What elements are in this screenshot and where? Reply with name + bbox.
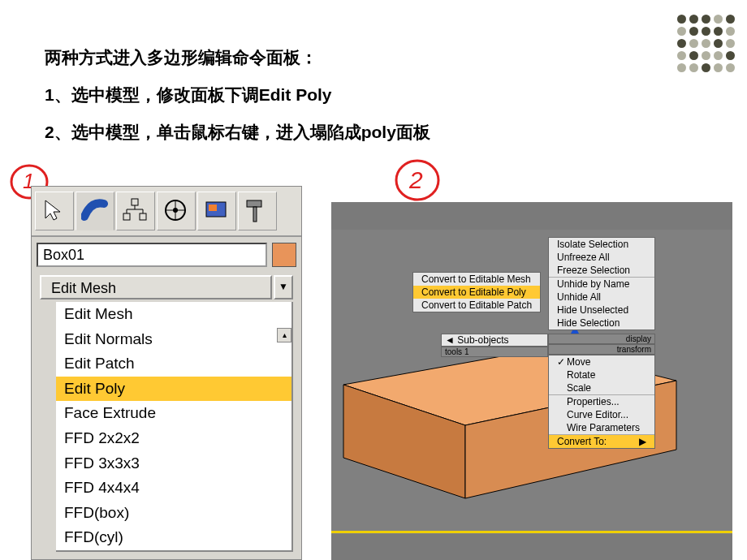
svg-rect-5 xyxy=(123,213,130,220)
sub-objects-button[interactable]: ◄ Sub-objects xyxy=(441,334,548,347)
submenu-item[interactable]: Convert to Editable Mesh xyxy=(413,273,540,286)
quad-label-display: display xyxy=(548,334,655,344)
list-item[interactable]: Edit Normals xyxy=(56,327,291,352)
menu-item-properties[interactable]: Properties... xyxy=(549,394,654,408)
menu-item-move[interactable]: ✓Move xyxy=(549,355,654,368)
svg-rect-6 xyxy=(140,213,146,220)
list-item[interactable]: Face Extrude xyxy=(56,401,291,426)
submenu-item[interactable]: Convert to Editable Patch xyxy=(413,299,540,312)
menu-item-wire-params[interactable]: Wire Parameters xyxy=(549,421,654,434)
object-color-swatch[interactable] xyxy=(272,243,296,267)
hierarchy-icon xyxy=(122,197,149,225)
instruction-2: 2、选中模型，单击鼠标右键，进入塌陷成poly面板 xyxy=(45,114,430,151)
motion-tab[interactable] xyxy=(157,192,196,230)
command-panel-tabs xyxy=(32,187,301,237)
menu-item-curve-editor[interactable]: Curve Editor... xyxy=(549,408,654,421)
svg-rect-4 xyxy=(132,199,138,205)
utilities-tab[interactable] xyxy=(238,192,277,230)
svg-rect-17 xyxy=(247,200,261,207)
menu-item[interactable]: Unfreeze All xyxy=(549,251,654,264)
menu-item-convert-to[interactable]: Convert To:▶ xyxy=(549,434,654,448)
modifier-dropdown[interactable]: Edit Mesh xyxy=(40,275,272,299)
object-name-input[interactable] xyxy=(37,243,267,267)
svg-text:2: 2 xyxy=(408,166,423,193)
modifier-panel: Edit Mesh ▼ ▴ Edit Mesh Edit Normals Edi… xyxy=(31,186,302,560)
list-item[interactable]: FFD 3x3x3 xyxy=(56,451,291,476)
left-arrow-icon: ◄ xyxy=(445,334,455,346)
list-item[interactable]: Edit Mesh xyxy=(56,302,291,327)
menu-item[interactable]: Isolate Selection xyxy=(549,238,654,251)
check-icon: ✓ xyxy=(557,356,567,368)
menu-item-rotate[interactable]: Rotate xyxy=(549,368,654,381)
motion-icon xyxy=(162,197,190,225)
menu-item[interactable]: Hide Unselected xyxy=(549,304,654,317)
svg-rect-18 xyxy=(253,207,257,222)
list-item[interactable]: Edit Patch xyxy=(56,351,291,377)
instruction-1: 1、选中模型，修改面板下调Edit Poly xyxy=(45,76,430,114)
modify-tab[interactable] xyxy=(76,192,114,230)
transform-menu-section: ✓Move Rotate Scale Properties... Curve E… xyxy=(548,355,655,449)
dropdown-arrow-button[interactable]: ▼ xyxy=(274,275,293,299)
object-name-row xyxy=(32,237,301,273)
list-item[interactable]: FFD(box) xyxy=(56,501,291,526)
slide-text: 两种方式进入多边形编辑命令面板： 1、选中模型，修改面板下调Edit Poly … xyxy=(45,39,430,152)
display-tab[interactable] xyxy=(197,192,236,230)
menu-item[interactable]: Unhide All xyxy=(549,291,654,304)
cursor-icon xyxy=(41,197,68,225)
heading-line: 两种方式进入多边形编辑命令面板： xyxy=(45,39,430,76)
list-item[interactable]: FFD(cyl) xyxy=(56,525,291,550)
grid-line xyxy=(331,531,732,533)
list-item[interactable]: FFD 4x4x4 xyxy=(56,476,291,501)
quad-label-tools1: tools 1 xyxy=(441,347,548,357)
modifier-dropdown-row: Edit Mesh ▼ xyxy=(32,273,301,302)
menu-item-scale[interactable]: Scale xyxy=(549,381,654,394)
list-scroll-up[interactable]: ▴ xyxy=(277,328,291,342)
convert-to-submenu: Convert to Editable Mesh Convert to Edit… xyxy=(412,272,541,312)
quad-label-transform: transform xyxy=(548,344,655,355)
menu-item[interactable]: Hide Selection xyxy=(549,317,654,330)
menu-item[interactable]: Freeze Selection xyxy=(549,264,654,277)
viewport-panel: x Isolate Selection Unfreeze All Freeze … xyxy=(331,202,732,560)
modify-icon xyxy=(81,197,109,225)
hierarchy-tab[interactable] xyxy=(116,192,155,230)
list-item-selected[interactable]: Edit Poly xyxy=(56,377,291,402)
submenu-item-selected[interactable]: Convert to Editable Poly xyxy=(413,286,540,299)
right-arrow-icon: ▶ xyxy=(639,436,646,447)
display-menu-section: Isolate Selection Unfreeze All Freeze Se… xyxy=(548,237,655,330)
svg-rect-16 xyxy=(209,205,217,211)
hammer-icon xyxy=(244,197,271,225)
list-item[interactable]: FFD 2x2x2 xyxy=(56,426,291,451)
modifier-list[interactable]: Edit Mesh Edit Normals Edit Patch Edit P… xyxy=(56,302,293,552)
menu-item[interactable]: Unhide by Name xyxy=(549,277,654,291)
display-icon xyxy=(203,197,231,225)
slide-decoration xyxy=(677,15,735,72)
create-tab[interactable] xyxy=(35,192,74,230)
